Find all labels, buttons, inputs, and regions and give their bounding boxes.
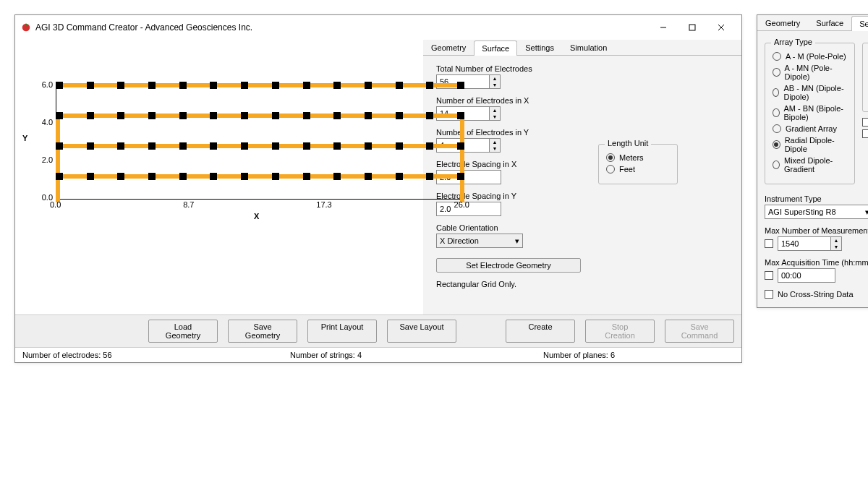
load-geometry-button[interactable]: Load Geometry [148, 320, 218, 343]
save-layout-button[interactable]: Save Layout [387, 320, 456, 343]
tab-geometry-2[interactable]: Geometry [757, 15, 808, 30]
tab-surface[interactable]: Surface [474, 40, 517, 56]
reciprocals-checkbox[interactable]: Reciprocals [862, 118, 868, 127]
electrode [457, 173, 464, 180]
electrode [56, 173, 63, 180]
tab-simulation[interactable]: Simulation [562, 40, 615, 55]
svg-rect-3 [689, 25, 695, 30]
plot-area: 0.0 2.0 4.0 6.0 Y 0.0 8.7 17.3 26.0 X [15, 40, 423, 314]
max-measurements-input[interactable]: ▲▼ [778, 236, 842, 251]
electrode [87, 82, 94, 89]
tab-settings[interactable]: Settings [517, 40, 562, 55]
electrode [457, 142, 464, 150]
stop-creation-button[interactable]: Stop Creation [585, 320, 655, 343]
chevron-down-icon: ▾ [515, 236, 519, 246]
array-type-radio[interactable]: Gradient Array [773, 124, 847, 133]
no-cross-string-checkbox[interactable]: No Cross-String Data [765, 290, 868, 299]
save-command-button[interactable]: Save Command [665, 320, 734, 343]
settings-window: Geometry Surface Settings Simulation Arr… [757, 14, 868, 308]
close-button[interactable] [707, 18, 736, 37]
electrode [303, 142, 310, 150]
length-unit-title: Length Unit [605, 139, 651, 147]
electrode [333, 142, 341, 150]
window-controls [649, 18, 736, 37]
main-window: AGI 3D Command Creator - Advanced Geosci… [14, 14, 742, 363]
electrode [210, 112, 217, 119]
status-bar: Number of electrodes: 56 Number of strin… [15, 347, 741, 362]
array-type-radio[interactable]: A - MN (Pole-Dipole) [773, 64, 847, 81]
electrode [457, 112, 464, 119]
electrode [179, 112, 187, 119]
array-type-radio[interactable]: AM - BN (Bipole-Bipole) [773, 104, 847, 121]
titlebar: AGI 3D Command Creator - Advanced Geosci… [15, 15, 741, 40]
max-time-checkbox[interactable] [765, 271, 773, 280]
status-planes: Number of planes: 6 [536, 348, 622, 362]
tab-surface-2[interactable]: Surface [808, 15, 851, 30]
create-button[interactable]: Create [506, 320, 575, 343]
x-ticks: 0.0 8.7 17.3 26.0 [50, 200, 469, 209]
electrode [179, 82, 187, 89]
electrode [396, 112, 403, 119]
app-icon [21, 22, 31, 33]
instrument-type-select[interactable]: AGI SuperSting R8▾ [765, 205, 868, 219]
window-title: AGI 3D Command Creator - Advanced Geosci… [35, 22, 649, 33]
electrode-row [56, 83, 464, 87]
instrument-type-label: Instrument Type [765, 194, 868, 203]
unit-meters-radio[interactable]: Meters [606, 153, 670, 162]
status-electrodes: Number of electrodes: 56 [15, 348, 283, 362]
save-geometry-button[interactable]: Save Geometry [228, 320, 297, 343]
set-electrode-geometry-button[interactable]: Set Electrode Geometry [436, 258, 581, 273]
array-type-radio[interactable]: A - M (Pole-Pole) [773, 52, 847, 61]
electrode [426, 142, 433, 150]
minimize-button[interactable] [649, 18, 678, 37]
electrode [426, 112, 433, 119]
electrode [179, 173, 187, 180]
cable-orientation-label: Cable Orientation [436, 223, 581, 232]
electrode [117, 112, 124, 119]
electrode [303, 112, 310, 119]
electrode [210, 142, 217, 150]
electrode [396, 173, 403, 180]
tab-geometry[interactable]: Geometry [423, 40, 474, 55]
array-type-radio[interactable]: Mixed Dipole-Gradient [773, 156, 847, 174]
electrode [117, 173, 124, 180]
tab-settings-2[interactable]: Settings [851, 16, 868, 31]
electrode [148, 112, 156, 119]
electrode [148, 82, 156, 89]
x-axis-label: X [254, 212, 259, 221]
electrode [117, 82, 124, 89]
electrode [365, 142, 372, 150]
electrode-row [56, 174, 464, 179]
electrode [179, 142, 187, 150]
maximize-button[interactable] [678, 18, 707, 37]
electrode-row [56, 114, 464, 118]
electrode [303, 173, 310, 180]
electrode [426, 173, 433, 180]
max-time-input[interactable] [778, 268, 835, 283]
electrode [333, 82, 341, 89]
electrode [365, 112, 372, 119]
electrode [365, 82, 372, 89]
max-measurements-checkbox[interactable] [765, 239, 773, 248]
chevron-down-icon: ▾ [865, 207, 868, 217]
total-electrodes-label: Total Number of Electrodes [436, 64, 581, 73]
print-layout-button[interactable]: Print Layout [307, 320, 377, 343]
electrode-row [56, 144, 464, 148]
unit-feet-radio[interactable]: Feet [606, 165, 670, 174]
status-strings: Number of strings: 4 [283, 348, 536, 362]
electrode [272, 112, 279, 119]
array-type-radio[interactable]: AB - MN (Dipole-Dipole) [773, 84, 847, 101]
bottom-toolbar: Load Geometry Save Geometry Print Layout… [15, 314, 741, 347]
electrode [396, 82, 403, 89]
electrode [333, 112, 341, 119]
electrode [396, 142, 403, 150]
max-measurements-label: Max Number of Measurements [765, 226, 868, 235]
electrode [117, 142, 124, 150]
electrode [426, 82, 433, 89]
cable-orientation-select[interactable]: X Direction▾ [436, 234, 523, 248]
electrode [56, 82, 63, 89]
electrode [241, 173, 248, 180]
electrode [210, 173, 217, 180]
array-type-radio[interactable]: Radial Dipole-Dipole [773, 136, 847, 153]
numerical-check-checkbox[interactable]: Numerical Check [862, 129, 868, 138]
